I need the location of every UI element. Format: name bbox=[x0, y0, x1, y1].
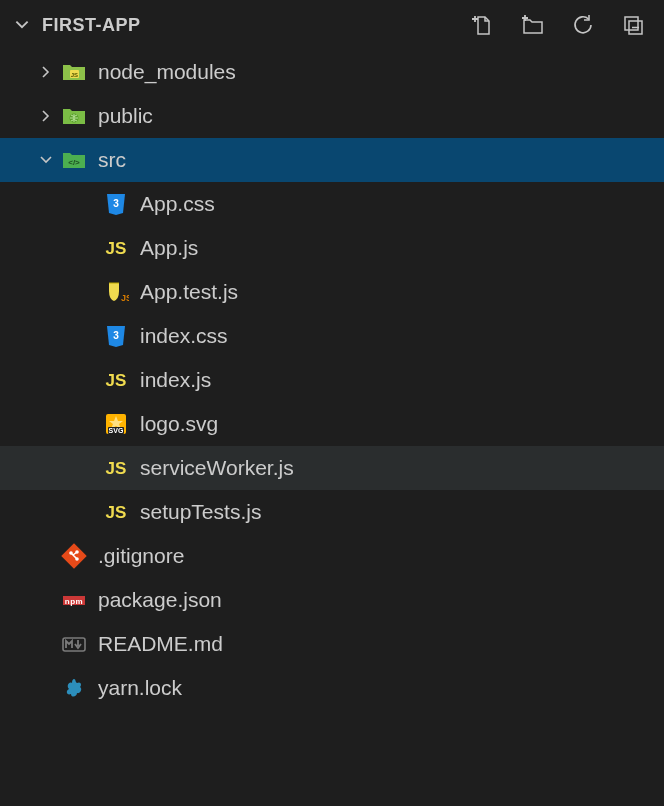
chevron-right-icon[interactable] bbox=[32, 58, 60, 86]
explorer-actions bbox=[470, 12, 656, 38]
file-tree: node_modulespublicsrcApp.cssApp.jsApp.te… bbox=[0, 50, 664, 710]
js-icon bbox=[102, 366, 130, 394]
public-folder-icon bbox=[60, 102, 88, 130]
file-label: yarn.lock bbox=[98, 676, 182, 700]
new-folder-button[interactable] bbox=[520, 12, 546, 38]
file-label: package.json bbox=[98, 588, 222, 612]
file-row-logo-svg[interactable]: logo.svg bbox=[0, 402, 664, 446]
js-icon bbox=[102, 234, 130, 262]
testjs-icon bbox=[102, 278, 130, 306]
folder-row-node-modules[interactable]: node_modules bbox=[0, 50, 664, 94]
folder-label: node_modules bbox=[98, 60, 236, 84]
folder-row-public[interactable]: public bbox=[0, 94, 664, 138]
explorer-header: FIRST-APP bbox=[0, 0, 664, 50]
file-label: logo.svg bbox=[140, 412, 218, 436]
file-row-app-js[interactable]: App.js bbox=[0, 226, 664, 270]
file-row-readme-md[interactable]: README.md bbox=[0, 622, 664, 666]
file-row-setuptests-js[interactable]: setupTests.js bbox=[0, 490, 664, 534]
file-label: App.test.js bbox=[140, 280, 238, 304]
file-label: index.css bbox=[140, 324, 228, 348]
refresh-button[interactable] bbox=[570, 12, 596, 38]
chevron-right-icon[interactable] bbox=[32, 102, 60, 130]
new-file-button[interactable] bbox=[470, 12, 496, 38]
css-icon bbox=[102, 190, 130, 218]
node-folder-icon bbox=[60, 58, 88, 86]
npm-icon bbox=[60, 586, 88, 614]
git-icon bbox=[60, 542, 88, 570]
collapse-all-button[interactable] bbox=[620, 12, 646, 38]
file-row--gitignore[interactable]: .gitignore bbox=[0, 534, 664, 578]
file-row-package-json[interactable]: package.json bbox=[0, 578, 664, 622]
file-label: index.js bbox=[140, 368, 211, 392]
chevron-down-icon[interactable] bbox=[32, 146, 60, 174]
yarn-icon bbox=[60, 674, 88, 702]
file-label: setupTests.js bbox=[140, 500, 261, 524]
css-icon bbox=[102, 322, 130, 350]
folder-label: public bbox=[98, 104, 153, 128]
js-icon bbox=[102, 498, 130, 526]
folder-label: src bbox=[98, 148, 126, 172]
file-row-app-css[interactable]: App.css bbox=[0, 182, 664, 226]
md-icon bbox=[60, 630, 88, 658]
explorer-title-group[interactable]: FIRST-APP bbox=[8, 11, 141, 39]
file-row-yarn-lock[interactable]: yarn.lock bbox=[0, 666, 664, 710]
src-folder-icon bbox=[60, 146, 88, 174]
file-label: serviceWorker.js bbox=[140, 456, 294, 480]
file-label: App.js bbox=[140, 236, 198, 260]
file-row-index-css[interactable]: index.css bbox=[0, 314, 664, 358]
file-row-index-js[interactable]: index.js bbox=[0, 358, 664, 402]
file-row-serviceworker-js[interactable]: serviceWorker.js bbox=[0, 446, 664, 490]
svg-icon bbox=[102, 410, 130, 438]
file-row-app-test-js[interactable]: App.test.js bbox=[0, 270, 664, 314]
file-label: App.css bbox=[140, 192, 215, 216]
js-icon bbox=[102, 454, 130, 482]
chevron-down-icon bbox=[8, 11, 36, 39]
folder-row-src[interactable]: src bbox=[0, 138, 664, 182]
file-label: README.md bbox=[98, 632, 223, 656]
project-title: FIRST-APP bbox=[42, 15, 141, 36]
file-label: .gitignore bbox=[98, 544, 184, 568]
